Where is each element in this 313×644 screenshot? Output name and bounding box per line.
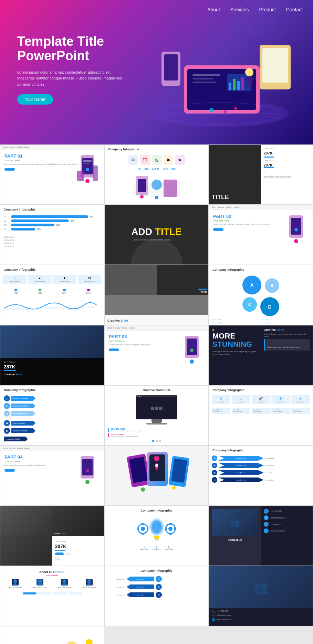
- slide-thumb-creative-photos: Creative Slide Some Feature 287K $210K $…: [0, 506, 104, 566]
- contact-info-side: 📞 +123 456 7890 ✉ info@company.com 📍 123…: [261, 506, 313, 566]
- photo-top-right: 287K: [157, 265, 209, 295]
- part04-illustration: [74, 453, 101, 489]
- part01-illustration: [74, 152, 101, 186]
- photo-dark-overlay: [0, 325, 104, 361]
- more-stunning-right: Creative Slide Business Creative Lorem i…: [261, 325, 313, 385]
- cp-stat: Some Feature 287K $210K $218K: [52, 536, 104, 566]
- contact-row-2: ✉ info@company.com: [264, 515, 310, 520]
- icon-card-3: ★ Write Something: [53, 275, 76, 284]
- screen-content: ■■■: [150, 404, 163, 412]
- part03-btn: [109, 348, 119, 351]
- contact-row-1: 📞 +123 456 7890: [264, 509, 310, 514]
- add-title-content: ADD TITLE Lorem ipsum dolor sit amet con…: [131, 226, 181, 240]
- hero-section: About Services Product Contact Template …: [0, 0, 313, 144]
- svg-point-21: [223, 110, 227, 114]
- svg-point-68: [168, 527, 173, 531]
- slide-thumb-photo-creative: 287K Creative Slide: [104, 265, 209, 325]
- contact-photo: 👥: [212, 509, 258, 536]
- hero-illustration: [137, 7, 303, 141]
- stat-287k: 287K: [264, 151, 310, 155]
- svg-point-20: [234, 107, 237, 110]
- icon-box-4: ✖: [164, 155, 173, 165]
- photo-cell-dark: TITLE: [209, 145, 261, 204]
- slide-thumb-part02: AboutServicesProductContact PART 02 Your…: [209, 205, 313, 265]
- lb-4: Insert TitleInsert text here: [271, 408, 290, 414]
- icon-card-1: ♪ Write Something: [3, 275, 27, 284]
- bar-row-2: 02 32%: [4, 219, 100, 222]
- svg-rect-17: [244, 78, 247, 79]
- svg-rect-3: [192, 74, 220, 76]
- svg-rect-48: [82, 459, 93, 475]
- signpost-row-2: ◎ Insert Title Here Insert title here: [212, 463, 310, 468]
- arrow-2: 2 Investment Advisor: [4, 403, 101, 409]
- svg-point-37: [140, 195, 144, 198]
- icon2-card-5: ◎ Insert Title: [291, 395, 310, 404]
- company-progress-title: Company Infographic: [0, 386, 104, 393]
- icon2-card-1: ⚙ Insert Title: [212, 395, 230, 404]
- bubbles-row-2: C D: [242, 297, 279, 316]
- hero-content: Template Title PowerPoint Lorem ipsum do…: [17, 34, 127, 105]
- quote-mark: ": [264, 171, 310, 176]
- svg-point-29: [85, 179, 90, 183]
- bubble-labels: Insert title here Insert title here Inse…: [209, 319, 313, 324]
- bubbles-section: A B C D: [209, 273, 313, 319]
- icon2-card-4: ✈ Insert Title: [271, 395, 290, 404]
- photo-stat: 287K: [200, 291, 207, 294]
- hero-svg: [143, 10, 298, 138]
- thank-illustration: [44, 632, 100, 644]
- icon-box-5: ★: [175, 155, 185, 165]
- wave-area: [0, 297, 104, 315]
- contact-row-4: 🌐 www.company.com: [264, 528, 310, 533]
- icon-card-4: ✉ Write Something: [78, 275, 101, 284]
- iso-phone-svg: [122, 448, 191, 503]
- company-infographic-1-stats: 7% 23k 3,454k 724k 92k: [105, 166, 208, 171]
- creative-photo-grid: Creative Slide Some Feature 287K $210K $…: [0, 506, 104, 566]
- cp-3: [0, 536, 52, 566]
- photo-dark-stat: 287K: [4, 364, 101, 369]
- slide-thumb-company-signpost2: Company Infographic Insert title here In…: [104, 566, 209, 626]
- screen-dots: [136, 395, 177, 397]
- company-gear-title: Company Infographic: [105, 506, 208, 514]
- label-boxes: Insert TitleInsert text here Insert Titl…: [209, 406, 313, 415]
- slide-thumb-part03: AboutServicesProductContact PART 03 Your…: [104, 325, 209, 385]
- stat-bar: [264, 157, 274, 158]
- stat-287k-2: 287K: [264, 163, 310, 167]
- photo-top-left: [105, 265, 157, 295]
- quote-block: " rativity comes from inside of creaise: [264, 171, 310, 178]
- svg-point-28: [86, 168, 89, 171]
- slide-thumb-company-bars: Company Infographic 01 45% 02 32% 03 23%: [0, 205, 104, 265]
- stat-bar-2: [264, 167, 274, 168]
- text-block-2: LESSON NAME Announcement within the Slid…: [108, 433, 205, 437]
- svg-point-35: [152, 180, 162, 190]
- slide-thumb-company-infographic-1: Company Infographic ⚙ ⏰ ◎ ✖ ★ 7% 23k 3,4…: [104, 144, 209, 205]
- svg-point-77: [67, 641, 77, 644]
- slide-thumb-company-bubbles: Company Infographic A B C D Insert title…: [209, 265, 313, 325]
- creative-computer-title: Creative Computer: [105, 386, 208, 393]
- slide-thumb-thank-you: THANK YOU: [0, 626, 104, 644]
- svg-rect-64: [155, 539, 159, 540]
- svg-rect-8: [233, 79, 236, 90]
- signpost2-area: Insert title here Insert Title ◎ Insert …: [105, 574, 208, 600]
- svg-rect-69: [142, 523, 144, 525]
- part03-svg: [178, 332, 206, 367]
- signpost-row-3: ◎ Insert Title Here Insert title here: [212, 470, 310, 475]
- more-stunning-grid: 📶 MORESTUNNING Lorem ipsum dolor sit ame…: [209, 325, 313, 385]
- hero-cta-button[interactable]: Your Name: [17, 94, 53, 105]
- company-svg-1: [129, 173, 184, 200]
- add-title-text: ADD TITLE: [131, 226, 181, 237]
- photo-title-text: TITLE: [212, 194, 229, 201]
- bubble-D: D: [260, 297, 279, 316]
- lb-5: Insert TitleInsert text here: [291, 408, 310, 414]
- slide-thumb-company-progress: Company Infographic 1 Financial Planning…: [0, 385, 104, 446]
- arrow-3: 3 Mortgage Advisor: [4, 410, 101, 417]
- part03-illustration: [178, 332, 206, 368]
- more-stunning-left: 📶 MORESTUNNING Lorem ipsum dolor sit ame…: [209, 325, 261, 385]
- lb-1: Insert TitleInsert text here: [212, 408, 230, 414]
- bar-row-4: 04 11%: [4, 228, 100, 230]
- mini-nav-6: AboutServicesProductContact: [209, 205, 313, 210]
- slide-thumb-company-gear: Company Infographic: [104, 506, 209, 566]
- svg-point-15: [245, 68, 253, 76]
- company-icons-title: Company Infographic: [0, 265, 104, 273]
- creative-slide-right: Creative Slide: [264, 328, 310, 332]
- part04-svg: [74, 453, 101, 487]
